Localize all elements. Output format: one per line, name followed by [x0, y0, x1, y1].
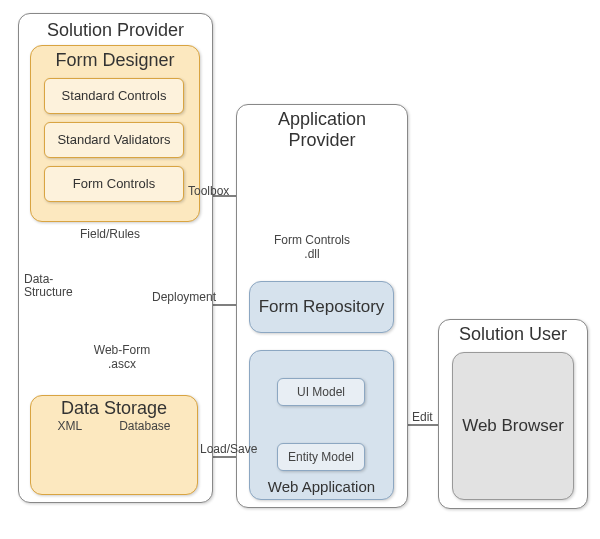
title-form-designer: Form Designer	[31, 46, 199, 75]
title-data-storage: Data Storage	[31, 396, 197, 419]
label-form-controls-dll: Form Controls .dll	[272, 234, 352, 262]
box-standard-validators: Standard Validators	[44, 122, 184, 158]
box-entity-model: Entity Model	[277, 443, 365, 471]
label-database: Database	[119, 419, 170, 433]
panel-web-application: Web Application	[249, 350, 394, 500]
title-solution-user: Solution User	[439, 320, 587, 349]
label-ui-model: UI Model	[297, 385, 345, 399]
edge-label-toolbox: Toolbox	[188, 184, 229, 198]
label-standard-validators: Standard Validators	[57, 133, 170, 147]
label-form-controls: Form Controls	[73, 177, 155, 191]
title-form-repository: Form Repository	[259, 298, 385, 317]
label-web-form-ascx: Web-Form .ascx	[92, 344, 152, 372]
box-ui-model: UI Model	[277, 378, 365, 406]
title-application-provider: Application Provider	[237, 105, 407, 150]
label-entity-model: Entity Model	[288, 450, 354, 464]
label-xml: XML	[57, 419, 82, 433]
label-standard-controls: Standard Controls	[62, 89, 167, 103]
box-form-controls: Form Controls	[44, 166, 184, 202]
edge-label-load-save: Load/Save	[200, 442, 257, 456]
edge-label-edit: Edit	[412, 410, 433, 424]
title-solution-provider: Solution Provider	[19, 14, 212, 45]
edge-label-deployment: Deployment	[152, 290, 216, 304]
panel-form-repository: Form Repository	[249, 281, 394, 333]
title-web-application: Web Application	[250, 478, 393, 495]
edge-label-data-structure: Data-Structure	[24, 273, 84, 299]
panel-data-storage: Data Storage XML Database	[30, 395, 198, 495]
box-standard-controls: Standard Controls	[44, 78, 184, 114]
edge-label-field-rules: Field/Rules	[80, 227, 140, 241]
label-web-browser: Web Browser	[462, 417, 564, 436]
box-web-browser: Web Browser	[452, 352, 574, 500]
